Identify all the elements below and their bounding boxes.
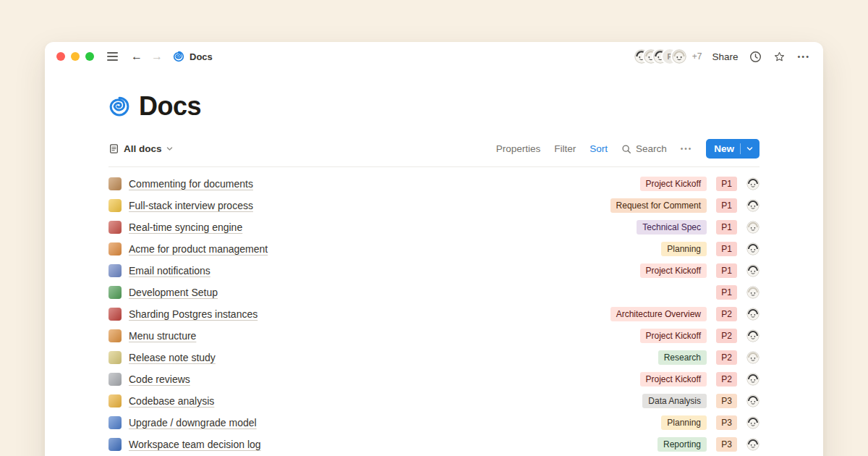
doc-row[interactable]: Email notifications Project Kickoff P1 xyxy=(109,260,760,282)
priority-badge[interactable]: P1 xyxy=(716,263,737,278)
doc-title[interactable]: Codebase analysis xyxy=(129,395,214,407)
zoom-window-button[interactable] xyxy=(85,52,94,61)
doc-tag[interactable]: Planning xyxy=(661,242,707,256)
close-window-button[interactable] xyxy=(56,52,65,61)
share-button[interactable]: Share xyxy=(712,51,738,62)
doc-tag[interactable]: Data Analysis xyxy=(642,394,707,408)
doc-title[interactable]: Development Setup xyxy=(129,287,218,298)
doc-tag[interactable]: Project Kickoff xyxy=(640,177,707,191)
doc-row[interactable]: Workspace team decision log Reporting P3 xyxy=(109,434,760,455)
priority-badge[interactable]: P3 xyxy=(716,415,737,430)
doc-row[interactable]: Code reviews Project Kickoff P2 xyxy=(109,368,760,390)
avatar-overflow-count[interactable]: +7 xyxy=(692,51,702,62)
person-face-icon xyxy=(746,329,760,342)
doc-tag[interactable]: Technical Spec xyxy=(637,220,707,235)
assignee-avatar[interactable] xyxy=(746,221,760,234)
priority-badge[interactable]: P1 xyxy=(716,220,737,235)
doc-tag[interactable]: Request for Comment xyxy=(610,198,707,213)
priority-badge[interactable]: P2 xyxy=(716,307,737,321)
construction-icon xyxy=(109,242,122,256)
handshake-icon xyxy=(109,199,122,212)
priority-badge[interactable]: P2 xyxy=(716,350,737,365)
person-face-icon xyxy=(746,416,760,429)
doc-row[interactable]: Menu structure Project Kickoff P2 xyxy=(109,325,760,347)
priority-badge[interactable]: P1 xyxy=(716,285,737,300)
collaborator-avatars[interactable]: P xyxy=(634,49,686,64)
doc-row[interactable]: Full-stack interview process Request for… xyxy=(109,195,760,216)
priority-badge[interactable]: P1 xyxy=(716,242,737,256)
assignee-avatar[interactable] xyxy=(746,264,760,277)
doc-tag[interactable]: Research xyxy=(658,350,707,365)
doc-tag[interactable]: Planning xyxy=(661,415,707,430)
search-button[interactable]: Search xyxy=(621,143,667,154)
priority-badge[interactable]: P2 xyxy=(716,329,737,343)
doc-row[interactable]: Real-time syncing engine Technical Spec … xyxy=(109,216,760,238)
properties-button[interactable]: Properties xyxy=(496,143,541,154)
doc-row[interactable]: Release note study Research P2 xyxy=(109,347,760,368)
assignee-avatar[interactable] xyxy=(746,351,760,364)
doc-row[interactable]: Acme for product management Planning P1 xyxy=(109,238,760,260)
priority-badge[interactable]: P1 xyxy=(716,198,737,213)
doc-tag[interactable]: Architecture Overview xyxy=(610,307,707,321)
up-button-icon xyxy=(109,416,122,429)
assignee-avatar[interactable] xyxy=(746,308,760,321)
person-face-icon xyxy=(746,394,760,408)
assignee-avatar[interactable] xyxy=(746,394,760,408)
more-options-icon[interactable]: ••• xyxy=(797,52,810,61)
doc-row[interactable]: Development Setup P1 xyxy=(109,282,760,303)
new-doc-button[interactable]: New xyxy=(706,139,760,159)
doc-tag[interactable]: Project Kickoff xyxy=(640,372,707,387)
doc-title[interactable]: Release note study xyxy=(129,352,216,363)
person-face-icon xyxy=(746,308,760,321)
priority-badge[interactable]: P2 xyxy=(716,372,737,387)
assignee-avatar[interactable] xyxy=(746,416,760,429)
doc-tag[interactable]: Reporting xyxy=(658,437,707,452)
page-title: Docs xyxy=(139,91,201,122)
window-title: Docs xyxy=(190,51,213,62)
history-clock-icon[interactable] xyxy=(749,51,762,63)
doc-title[interactable]: Code reviews xyxy=(129,373,190,385)
toolbar-more-icon[interactable]: ••• xyxy=(681,145,693,153)
doc-row[interactable]: Commenting for documents Project Kickoff… xyxy=(109,173,760,195)
doc-row[interactable]: Upgrade / downgrade model Planning P3 xyxy=(109,412,760,434)
doc-row[interactable]: Codebase analysis Data Analysis P3 xyxy=(109,390,760,412)
doc-title[interactable]: Workspace team decision log xyxy=(129,439,261,450)
assignee-avatar[interactable] xyxy=(746,373,760,386)
priority-badge[interactable]: P3 xyxy=(716,437,737,452)
doc-tag[interactable]: Project Kickoff xyxy=(640,263,707,278)
document-icon xyxy=(109,143,119,154)
assignee-avatar[interactable] xyxy=(746,199,760,212)
favorite-star-icon[interactable] xyxy=(773,51,786,63)
forward-button[interactable]: → xyxy=(151,51,163,62)
person-face-icon xyxy=(746,286,760,299)
back-button[interactable]: ← xyxy=(131,51,142,62)
doc-title[interactable]: Real-time syncing engine xyxy=(129,221,242,233)
assignee-avatar[interactable] xyxy=(746,242,760,256)
doc-title[interactable]: Menu structure xyxy=(129,330,196,342)
window-controls xyxy=(56,52,94,61)
doc-tag[interactable]: Project Kickoff xyxy=(640,329,707,343)
doc-title[interactable]: Email notifications xyxy=(129,265,210,276)
doc-title[interactable]: Full-stack interview process xyxy=(129,200,253,211)
filter-button[interactable]: Filter xyxy=(554,143,576,154)
sidebar-menu-icon[interactable] xyxy=(107,52,118,61)
collaborator-avatar[interactable] xyxy=(672,49,686,64)
minimize-window-button[interactable] xyxy=(71,52,80,61)
train-car-icon xyxy=(109,286,122,299)
priority-badge[interactable]: P1 xyxy=(716,177,737,191)
doc-title[interactable]: Upgrade / downgrade model xyxy=(129,417,257,428)
toolbar-actions: Properties Filter Sort Search ••• New xyxy=(496,139,760,159)
priority-badge[interactable]: P3 xyxy=(716,394,737,408)
doc-row-meta: Planning P1 xyxy=(661,242,760,256)
assignee-avatar[interactable] xyxy=(746,438,760,451)
search-label: Search xyxy=(636,143,667,154)
assignee-avatar[interactable] xyxy=(746,286,760,299)
doc-title[interactable]: Sharding Postgres instances xyxy=(129,308,258,320)
assignee-avatar[interactable] xyxy=(746,177,760,190)
sort-button[interactable]: Sort xyxy=(590,143,608,154)
view-selector[interactable]: All docs xyxy=(109,143,173,154)
assignee-avatar[interactable] xyxy=(746,329,760,342)
doc-title[interactable]: Acme for product management xyxy=(129,243,268,255)
doc-title[interactable]: Commenting for documents xyxy=(129,178,253,190)
doc-row[interactable]: Sharding Postgres instances Architecture… xyxy=(109,303,760,325)
